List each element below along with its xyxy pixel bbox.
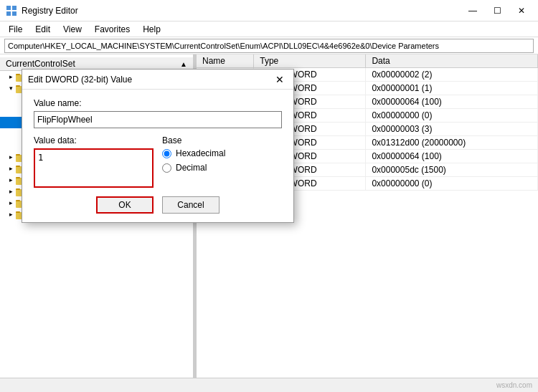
- menu-edit[interactable]: Edit: [29, 21, 56, 37]
- dialog-body: Value name: Value data: 1 Base: [22, 90, 293, 222]
- svg-rect-0: [6, 6, 11, 10]
- cancel-button[interactable]: Cancel: [162, 196, 220, 214]
- address-input[interactable]: [4, 39, 534, 53]
- title-bar: Registry Editor — ☐ ✕: [0, 0, 538, 21]
- radio-decimal[interactable]: Decimal: [162, 163, 282, 173]
- address-bar: [0, 37, 538, 54]
- svg-rect-1: [12, 6, 16, 10]
- edit-dword-dialog: Edit DWORD (32-bit) Value ✕ Value name: …: [22, 69, 294, 223]
- radio-hex-input[interactable]: [162, 149, 171, 158]
- dialog-overlay: Edit DWORD (32-bit) Value ✕ Value name: …: [0, 54, 538, 378]
- radio-dec-label: Decimal: [176, 163, 207, 173]
- value-data-input-wrapper: 1: [34, 148, 154, 188]
- svg-rect-2: [6, 11, 11, 16]
- menu-view[interactable]: View: [57, 21, 88, 37]
- dialog-buttons: OK Cancel: [34, 196, 282, 214]
- dialog-close-button[interactable]: ✕: [272, 72, 288, 87]
- dialog-title: Edit DWORD (32-bit) Value: [28, 75, 132, 85]
- value-name-input[interactable]: [34, 111, 282, 128]
- menu-bar: File Edit View Favorites Help: [0, 21, 538, 37]
- ok-button[interactable]: OK: [96, 196, 154, 214]
- value-data-label: Value data:: [34, 135, 154, 145]
- menu-file[interactable]: File: [3, 21, 28, 37]
- value-data-section: Value data: 1: [34, 135, 154, 188]
- title-bar-left: Registry Editor: [6, 5, 78, 16]
- menu-help[interactable]: Help: [137, 21, 166, 37]
- radio-group: Hexadecimal Decimal: [162, 148, 282, 173]
- main-area: CurrentControlSet ▲ ▸ DELL09EC ▾ DLL09EC…: [0, 54, 538, 378]
- radio-hexadecimal[interactable]: Hexadecimal: [162, 148, 282, 158]
- menu-favorites[interactable]: Favorites: [89, 21, 136, 37]
- base-section: Base Hexadecimal Decimal: [162, 135, 282, 188]
- maximize-button[interactable]: ☐: [486, 4, 508, 18]
- dialog-title-bar: Edit DWORD (32-bit) Value ✕: [22, 70, 293, 90]
- minimize-button[interactable]: —: [462, 4, 483, 18]
- value-name-label: Value name:: [34, 98, 282, 108]
- close-button[interactable]: ✕: [511, 4, 532, 18]
- value-data-input[interactable]: 1: [35, 150, 152, 184]
- dialog-row: Value data: 1 Base Hexadecimal: [34, 135, 282, 188]
- app-title: Registry Editor: [22, 6, 78, 16]
- registry-icon: [6, 5, 17, 16]
- base-label: Base: [162, 135, 282, 145]
- watermark: wsxdn.com: [496, 381, 532, 389]
- title-bar-controls: — ☐ ✕: [462, 4, 532, 18]
- radio-dec-input[interactable]: [162, 163, 171, 173]
- radio-hex-label: Hexadecimal: [176, 148, 225, 158]
- status-bar: wsxdn.com: [0, 378, 538, 392]
- svg-rect-3: [12, 11, 16, 16]
